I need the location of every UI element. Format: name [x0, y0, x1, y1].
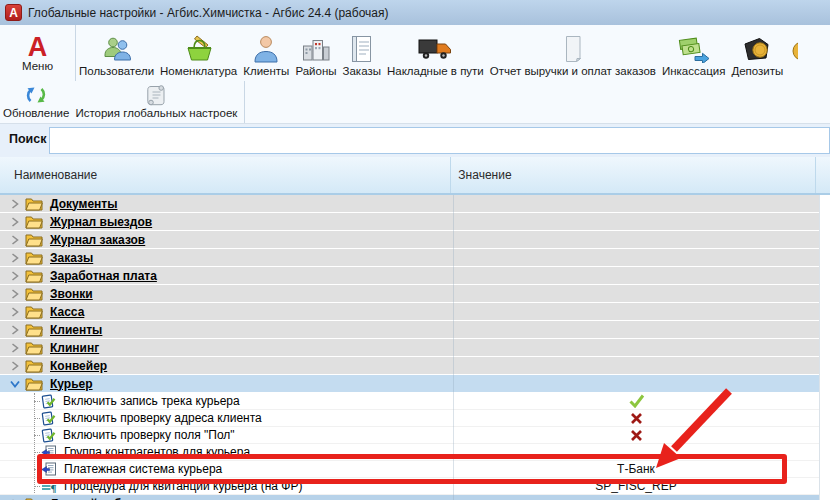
toolbar-button-waybills[interactable]: Накладные в пути: [384, 25, 487, 81]
setting-label: Процедура для квитанции курьера (на ФР): [64, 479, 302, 493]
chevron-right-icon[interactable]: [8, 343, 21, 353]
app-logo-icon: А: [5, 4, 22, 21]
basket-icon: [184, 34, 214, 64]
tree-row-folder[interactable]: Заработная плата: [0, 267, 819, 285]
person-icon: [253, 34, 279, 64]
toolbar-button-label: Накладные в пути: [387, 65, 484, 77]
doc-arrow-icon: [41, 445, 57, 459]
tree-row-folder[interactable]: Журнал выездов: [0, 213, 819, 231]
svg-text:¶: ¶: [51, 481, 57, 493]
setting-label: Включить проверку адреса клиента: [63, 411, 262, 425]
tree-row-folder[interactable]: Курьер: [0, 375, 819, 393]
red-cross-icon: [630, 412, 643, 425]
tree-row-setting[interactable]: Включить проверку поля "Пол": [0, 427, 819, 444]
tree-row-folder[interactable]: Касса: [0, 303, 819, 321]
tree-folder-label: Касса: [50, 305, 84, 319]
tree-row-setting[interactable]: Платежная система курьераТ-Банк: [0, 461, 819, 478]
value-cell: [453, 267, 819, 284]
search-label: Поиск: [9, 132, 47, 146]
window-title: Глобальные настройки - Агбис.Химчистка -…: [28, 6, 388, 20]
search-input[interactable]: [49, 127, 830, 154]
toolbar-button-label: Отчет выручки и оплат заказов: [490, 65, 656, 77]
setting-value: SP_FISC_REP: [595, 479, 676, 493]
chevron-right-icon[interactable]: [8, 307, 21, 317]
value-cell: [453, 249, 819, 266]
folder-icon: [25, 497, 43, 500]
chevron-right-icon[interactable]: [8, 217, 21, 227]
proc-lines-icon: ¶: [41, 480, 57, 493]
chevron-right-icon[interactable]: [8, 235, 21, 245]
toolbar-button-deposits[interactable]: Депозиты: [728, 25, 786, 81]
green-check-icon: [628, 394, 645, 408]
toolbar-button-districts[interactable]: Районы: [292, 25, 339, 81]
tree-folder-label: Курьер: [50, 377, 93, 391]
toolbar-button-collection[interactable]: Инкассация: [659, 25, 728, 81]
truck-icon: [418, 35, 452, 63]
toolbar-button-label: История глобальных настроек: [75, 107, 237, 119]
toolbar-button-settings-history[interactable]: История глобальных настроек: [72, 81, 240, 123]
toolbar-button-label: Клиенты: [243, 65, 289, 77]
tree-folder-label: Конвейер: [50, 359, 107, 373]
column-header-value[interactable]: Значение: [451, 157, 816, 193]
doc-check-icon: [41, 411, 56, 426]
folder-icon: [25, 305, 43, 319]
buildings-icon: [301, 34, 331, 64]
setting-label: Включить проверку поля "Пол": [63, 428, 235, 442]
value-cell: [453, 444, 819, 460]
chevron-right-icon[interactable]: [8, 325, 21, 335]
toolbar-button-users[interactable]: Пользователи: [76, 25, 157, 81]
value-cell: [453, 375, 819, 392]
refresh-icon: [24, 83, 48, 107]
tree-row-folder[interactable]: Звонки: [0, 285, 819, 303]
tree-row-setting[interactable]: ¶Процедура для квитанции курьера (на ФР)…: [0, 478, 819, 495]
chevron-right-icon[interactable]: [8, 361, 21, 371]
folder-icon: [25, 287, 43, 301]
toolbar-button-revenue-report[interactable]: Отчет выручки и оплат заказов: [487, 25, 659, 81]
chevron-right-icon[interactable]: [8, 199, 21, 209]
toolbar-button-clients[interactable]: Клиенты: [240, 25, 292, 81]
value-cell: [453, 303, 819, 320]
grid-right-divider: [819, 195, 820, 500]
doc-check-icon: [41, 394, 56, 409]
tree-folder-label: Клининг: [50, 341, 99, 355]
toolbar-button-label: Номенклатура: [160, 65, 237, 77]
folder-icon: [25, 341, 43, 355]
tree-row-folder[interactable]: Личный кабинет: [0, 495, 819, 500]
tree-row-setting[interactable]: Группа контрагентов для курьера: [0, 444, 819, 461]
chevron-down-icon[interactable]: [8, 380, 21, 388]
users-icon: [102, 34, 132, 64]
column-header-name[interactable]: Наименование: [0, 157, 451, 193]
tree-row-folder[interactable]: Клининг: [0, 339, 819, 357]
toolbar-button-partial[interactable]: [786, 25, 798, 81]
tree-row-folder[interactable]: Заказы: [0, 249, 819, 267]
main-toolbar-buttons: ПользователиНоменклатураКлиентыРайоныЗак…: [76, 25, 786, 81]
chevron-right-icon[interactable]: [8, 253, 21, 263]
folder-icon: [25, 215, 43, 229]
value-cell: [453, 339, 819, 356]
tree-row-folder[interactable]: Конвейер: [0, 357, 819, 375]
menu-button-label: Меню: [22, 60, 53, 72]
toolbar-button-refresh[interactable]: Обновление: [0, 81, 72, 123]
chevron-right-icon[interactable]: [8, 271, 21, 281]
secondary-toolbar-buttons: ОбновлениеИстория глобальных настроек: [0, 81, 245, 123]
tree-folder-label: Журнал заказов: [50, 233, 145, 247]
tree-row-setting[interactable]: Включить запись трека курьера: [0, 393, 819, 410]
tree-row-folder[interactable]: Клиенты: [0, 321, 819, 339]
menu-button[interactable]: А Меню: [0, 25, 76, 81]
tree-row-folder[interactable]: Документы: [0, 195, 819, 213]
toolbar-button-label: Заказы: [343, 65, 381, 77]
title-bar: А Глобальные настройки - Агбис.Химчистка…: [0, 0, 830, 25]
tree-row-folder[interactable]: Журнал заказов: [0, 231, 819, 249]
chevron-right-icon[interactable]: [8, 289, 21, 299]
tree-connector-line: [34, 393, 35, 493]
doc-arrow-icon: [41, 462, 57, 476]
doc-check-icon: [41, 428, 56, 443]
toolbar-button-orders[interactable]: Заказы: [340, 25, 384, 81]
setting-label: Платежная система курьера: [64, 462, 222, 476]
toolbar-button-nomenclature[interactable]: Номенклатура: [157, 25, 240, 81]
wallet-icon: [742, 35, 772, 63]
tree-row-setting[interactable]: Включить проверку адреса клиента: [0, 410, 819, 427]
folder-icon: [25, 269, 43, 283]
folder-icon: [25, 233, 43, 247]
folder-icon: [25, 197, 43, 211]
